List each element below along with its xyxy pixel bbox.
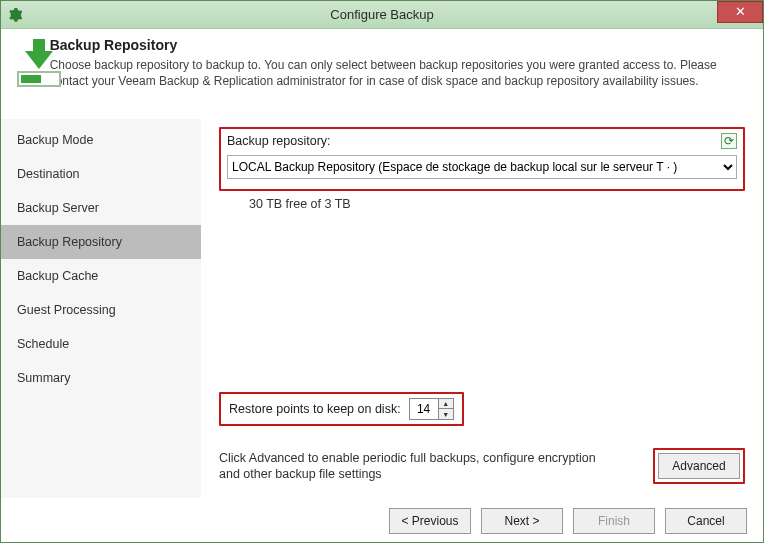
free-space-info: 30 TB free of 3 TB [227,197,745,211]
config-backup-window: Configure Backup ✕ Backup Repository Cho… [0,0,764,543]
backup-repo-icon [15,37,44,91]
main-panel: Backup repository: ⟳ LOCAL Backup Reposi… [201,119,763,498]
finish-button: Finish [573,508,655,534]
restore-points-input[interactable] [410,399,438,419]
advanced-button[interactable]: Advanced [658,453,740,479]
cancel-button[interactable]: Cancel [665,508,747,534]
advanced-row: Click Advanced to enable periodic full b… [219,448,745,484]
sidebar-item-backup-repository[interactable]: Backup Repository [1,225,201,259]
repo-label: Backup repository: [227,134,331,148]
restore-points-label: Restore points to keep on disk: [229,402,401,416]
sidebar-item-backup-cache[interactable]: Backup Cache [1,259,201,293]
wizard-footer: < Previous Next > Finish Cancel [389,508,747,534]
sidebar-item-schedule[interactable]: Schedule [1,327,201,361]
sidebar-item-summary[interactable]: Summary [1,361,201,395]
sidebar-item-guest-processing[interactable]: Guest Processing [1,293,201,327]
gear-icon [7,7,23,23]
refresh-icon[interactable]: ⟳ [721,133,737,149]
page-header: Backup Repository Choose backup reposito… [1,29,763,105]
sidebar-item-backup-mode[interactable]: Backup Mode [1,123,201,157]
content: Backup Repository Choose backup reposito… [1,29,763,542]
repo-dropdown[interactable]: LOCAL Backup Repository (Espace de stock… [227,155,737,179]
page-title: Backup Repository [50,37,749,53]
spinner-down-button[interactable]: ▼ [439,409,453,419]
advanced-highlight: Advanced [653,448,745,484]
previous-button[interactable]: < Previous [389,508,471,534]
sidebar-item-backup-server[interactable]: Backup Server [1,191,201,225]
free-space-text: 30 TB free of 3 TB [249,197,351,211]
wizard-sidebar: Backup Mode Destination Backup Server Ba… [1,119,201,498]
next-button[interactable]: Next > [481,508,563,534]
advanced-hint: Click Advanced to enable periodic full b… [219,450,619,483]
page-description: Choose backup repository to backup to. Y… [50,57,749,89]
restore-points-highlight: Restore points to keep on disk: ▲ ▼ [219,392,464,426]
restore-points-spinner[interactable]: ▲ ▼ [409,398,454,420]
disk-stack-icon [227,197,241,211]
sidebar-item-destination[interactable]: Destination [1,157,201,191]
repo-highlight: Backup repository: ⟳ LOCAL Backup Reposi… [219,127,745,191]
close-button[interactable]: ✕ [717,1,763,23]
spinner-up-button[interactable]: ▲ [439,399,453,409]
window-title: Configure Backup [1,7,763,22]
titlebar: Configure Backup ✕ [1,1,763,29]
